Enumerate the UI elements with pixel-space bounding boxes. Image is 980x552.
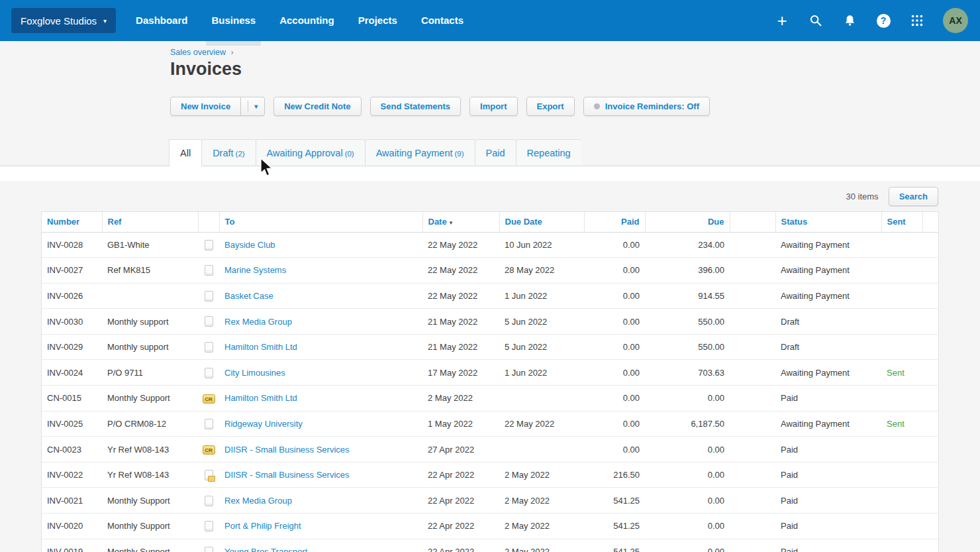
invoice-row[interactable]: INV-0025P/O CRM08-12Ridgeway University1…: [42, 411, 939, 437]
nav-item-dashboard[interactable]: Dashboard: [124, 0, 199, 41]
new-invoice-dropdown-button[interactable]: ▾: [241, 97, 265, 116]
reference-cell: Yr Ref W08-143: [102, 462, 198, 488]
invoice-row[interactable]: INV-0027Ref MK815Marine Systems22 May 20…: [42, 258, 939, 284]
tab-awaiting-approval[interactable]: Awaiting Approval(0): [256, 139, 365, 166]
invoice-document-icon: [205, 368, 213, 378]
invoice-row[interactable]: INV-0028GB1-WhiteBayside Club22 May 2022…: [42, 232, 939, 258]
export-button[interactable]: Export: [526, 97, 575, 116]
invoice-row[interactable]: INV-0029Monthly supportHamilton Smith Lt…: [42, 334, 939, 360]
header-paid[interactable]: Paid: [584, 212, 645, 232]
contact-link[interactable]: Basket Case: [224, 291, 273, 301]
invoice-row[interactable]: CN-0015Monthly SupportCRHamilton Smith L…: [42, 386, 939, 412]
header-sent[interactable]: Sent: [881, 212, 922, 232]
paid-amount-cell: 0.00: [584, 360, 645, 386]
breadcrumb: Sales overview ›: [170, 48, 980, 57]
tab-all[interactable]: All: [169, 139, 201, 166]
search-button[interactable]: Search: [889, 187, 938, 206]
nav-item-business[interactable]: Business: [199, 0, 268, 41]
header-status[interactable]: Status: [775, 212, 881, 232]
contact-link[interactable]: Marine Systems: [224, 265, 286, 275]
invoice-row[interactable]: INV-0022Yr Ref W08-143DIISR - Small Busi…: [42, 462, 939, 488]
paid-amount-cell: 541.25: [584, 539, 645, 552]
search-button-top[interactable]: [808, 13, 824, 28]
invoice-document-icon: [205, 240, 213, 250]
invoice-number-cell: CN-0023: [42, 437, 102, 463]
due-date-cell: 5 Jun 2022: [499, 309, 584, 335]
invoice-row[interactable]: INV-0020Monthly SupportPort & Philip Fre…: [42, 514, 939, 539]
contact-cell: Rex Media Group: [219, 309, 422, 335]
invoice-row[interactable]: CN-0023Yr Ref W08-143CRDIISR - Small Bus…: [42, 437, 939, 463]
header-ref[interactable]: Ref: [102, 212, 198, 232]
contact-link[interactable]: DIISR - Small Business Services: [224, 470, 350, 480]
table-header-row: Number Ref To Date▾ Due Date Paid Due St…: [42, 212, 939, 232]
breadcrumb-sales-overview-link[interactable]: Sales overview: [170, 48, 226, 57]
contact-link[interactable]: Ridgeway University: [224, 419, 303, 429]
nav-item-contacts[interactable]: Contacts: [409, 0, 475, 41]
invoice-number-cell: INV-0020: [42, 514, 102, 539]
tab-awaiting-payment[interactable]: Awaiting Payment(9): [365, 139, 475, 166]
contact-link[interactable]: DIISR - Small Business Services: [224, 445, 350, 455]
due-date-cell: 2 May 2022: [499, 539, 584, 552]
invoice-rows: INV-0028GB1-WhiteBayside Club22 May 2022…: [42, 232, 939, 552]
document-type-cell: [198, 539, 219, 552]
nav-item-accounting[interactable]: Accounting: [268, 0, 346, 41]
contact-link[interactable]: Rex Media Group: [224, 496, 292, 506]
tab-draft[interactable]: Draft(2): [201, 139, 255, 166]
tab-label: Repeating: [527, 148, 571, 158]
header-to[interactable]: To: [219, 212, 422, 232]
contact-link[interactable]: Young Bros Transport: [224, 547, 307, 552]
end-spacer-cell: [922, 437, 939, 463]
new-invoice-button[interactable]: New Invoice: [170, 97, 241, 116]
tabs-left-spacer: [0, 139, 169, 166]
header-icon-column: [198, 212, 219, 232]
spacer-cell: [730, 232, 775, 258]
invoice-number-cell: INV-0029: [42, 334, 102, 360]
contact-link[interactable]: Rex Media Group: [224, 317, 292, 327]
new-credit-note-button[interactable]: New Credit Note: [273, 97, 361, 116]
invoice-row[interactable]: INV-0024P/O 9711City Limousines17 May 20…: [42, 360, 939, 386]
sent-indicator-cell: [881, 514, 922, 539]
header-due-date[interactable]: Due Date: [499, 212, 584, 232]
header-date[interactable]: Date▾: [422, 212, 499, 232]
document-type-cell: [198, 514, 219, 539]
apps-menu-button[interactable]: [909, 13, 925, 28]
tab-repeating[interactable]: Repeating: [516, 139, 581, 166]
invoice-row[interactable]: INV-0026Basket Case22 May 20221 Jun 2022…: [42, 283, 939, 309]
org-selector[interactable]: Foxglove Studios ▾: [11, 8, 116, 33]
sent-indicator-cell: [881, 309, 922, 335]
user-avatar[interactable]: AX: [943, 8, 968, 33]
invoice-row[interactable]: INV-0030Monthly supportRex Media Group21…: [42, 309, 939, 335]
end-spacer-cell: [922, 514, 939, 539]
contact-cell: Bayside Club: [219, 232, 422, 258]
help-button[interactable]: ?: [875, 13, 891, 28]
notifications-button[interactable]: [842, 13, 858, 28]
contact-link[interactable]: Bayside Club: [224, 240, 275, 250]
search-icon: [808, 13, 823, 28]
contact-link[interactable]: Hamilton Smith Ltd: [224, 393, 297, 403]
invoice-document-icon: [205, 419, 213, 429]
nav-item-projects[interactable]: Projects: [346, 0, 409, 41]
invoice-row[interactable]: INV-0019Monthly SupportYoung Bros Transp…: [42, 539, 939, 552]
due-amount-cell: 914.55: [645, 283, 730, 309]
header-due[interactable]: Due: [645, 212, 730, 232]
send-statements-button[interactable]: Send Statements: [370, 97, 461, 116]
contact-link[interactable]: City Limousines: [224, 368, 285, 378]
document-type-cell: CR: [198, 437, 219, 463]
import-button[interactable]: Import: [469, 97, 517, 116]
bell-icon: [843, 14, 857, 28]
invoice-row[interactable]: INV-0021Monthly SupportRex Media Group22…: [42, 488, 939, 514]
tabs-right-filler: [581, 139, 980, 166]
due-date-cell: 22 May 2022: [499, 411, 584, 437]
contact-link[interactable]: Hamilton Smith Ltd: [224, 342, 297, 352]
contact-link[interactable]: Port & Philip Freight: [224, 521, 301, 531]
header-number[interactable]: Number: [42, 212, 102, 232]
status-cell: Paid: [775, 539, 881, 552]
spacer-cell: [730, 514, 775, 539]
spacer-cell: [730, 334, 775, 360]
create-new-button[interactable]: +: [774, 13, 790, 28]
invoice-reminders-button[interactable]: Invoice Reminders: Off: [583, 97, 710, 116]
paid-amount-cell: 0.00: [584, 411, 645, 437]
tab-paid[interactable]: Paid: [475, 139, 516, 166]
end-spacer-cell: [922, 462, 939, 488]
list-meta: 30 items Search: [41, 181, 938, 211]
